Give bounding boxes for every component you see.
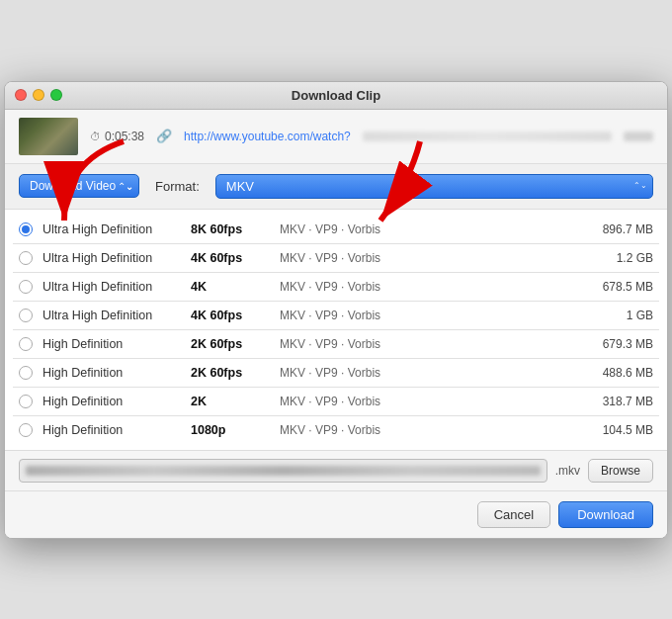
url-blur-2: [624, 132, 653, 141]
clock-icon: ⏱: [90, 131, 101, 142]
quality-format: MKV · VP9 · Vorbis: [280, 366, 574, 380]
format-label: Format:: [155, 179, 200, 194]
minimize-button[interactable]: [33, 89, 44, 101]
quality-name: Ultra High Definition: [42, 222, 181, 236]
quality-name: Ultra High Definition: [42, 280, 181, 294]
quality-size: 488.6 MB: [584, 366, 653, 380]
cancel-button[interactable]: Cancel: [477, 501, 550, 528]
download-button[interactable]: Download: [558, 501, 653, 528]
quality-format: MKV · VP9 · Vorbis: [280, 309, 574, 322]
quality-format: MKV · VP9 · Vorbis: [280, 280, 574, 294]
url-link-icon: 🔗: [156, 129, 172, 143]
quality-resolution: 4K: [191, 280, 270, 294]
quality-name: Ultra High Definition: [42, 251, 181, 265]
browse-button[interactable]: Browse: [588, 459, 653, 483]
quality-item[interactable]: High Definition1080pMKV · VP9 · Vorbis10…: [5, 416, 667, 444]
quality-item[interactable]: Ultra High Definition8K 60fpsMKV · VP9 ·…: [5, 216, 667, 243]
quality-resolution: 4K 60fps: [191, 309, 270, 322]
quality-format: MKV · VP9 · Vorbis: [280, 395, 574, 408]
quality-item[interactable]: High Definition2K 60fpsMKV · VP9 · Vorbi…: [5, 330, 667, 358]
quality-resolution: 1080p: [191, 423, 270, 437]
format-select[interactable]: MKV MP4 MOV AVI: [215, 174, 653, 199]
traffic-lights: [15, 89, 62, 101]
quality-size: 318.7 MB: [584, 395, 653, 408]
quality-size: 679.3 MB: [584, 337, 653, 351]
quality-name: High Definition: [42, 366, 181, 380]
quality-item[interactable]: High Definition2K 60fpsMKV · VP9 · Vorbi…: [5, 359, 667, 387]
quality-name: Ultra High Definition: [42, 309, 181, 322]
quality-size: 1.2 GB: [584, 251, 653, 265]
radio-button[interactable]: [19, 337, 33, 351]
format-select-wrapper[interactable]: MKV MP4 MOV AVI: [215, 174, 653, 199]
radio-button[interactable]: [19, 309, 33, 322]
duration-text: 0:05:38: [105, 130, 144, 143]
quality-resolution: 8K 60fps: [191, 222, 270, 236]
download-type-select[interactable]: Download Video Download Audio: [19, 174, 139, 198]
quality-format: MKV · VP9 · Vorbis: [280, 251, 574, 265]
radio-button[interactable]: [19, 366, 33, 380]
bottom-row: Cancel Download: [5, 491, 667, 538]
quality-size: 1 GB: [584, 309, 653, 322]
filepath-blurred: [26, 466, 541, 476]
window-title: Download Clip: [292, 88, 380, 103]
quality-item[interactable]: Ultra High Definition4KMKV · VP9 · Vorbi…: [5, 273, 667, 301]
toolbar-row: Download Video Download Audio ⌃⌄ Format:…: [5, 164, 667, 210]
url-blur: [363, 132, 612, 141]
radio-button[interactable]: [19, 423, 33, 437]
quality-name: High Definition: [42, 395, 181, 408]
title-bar: Download Clip: [5, 82, 667, 110]
duration-badge: ⏱ 0:05:38: [90, 130, 144, 143]
download-type-wrapper[interactable]: Download Video Download Audio ⌃⌄: [19, 174, 139, 198]
quality-item[interactable]: High Definition2KMKV · VP9 · Vorbis318.7…: [5, 388, 667, 415]
maximize-button[interactable]: [50, 89, 62, 101]
quality-size: 104.5 MB: [584, 423, 653, 437]
main-window: Download Clip ⏱ 0:05:38 🔗 http://www.you…: [4, 81, 668, 539]
quality-item[interactable]: Ultra High Definition4K 60fpsMKV · VP9 ·…: [5, 244, 667, 272]
quality-resolution: 4K 60fps: [191, 251, 270, 265]
quality-list: Ultra High Definition8K 60fpsMKV · VP9 ·…: [5, 210, 667, 451]
close-button[interactable]: [15, 89, 27, 101]
info-bar: ⏱ 0:05:38 🔗 http://www.youtube.com/watch…: [5, 110, 667, 164]
radio-button[interactable]: [19, 251, 33, 265]
quality-name: High Definition: [42, 423, 181, 437]
quality-format: MKV · VP9 · Vorbis: [280, 222, 574, 236]
quality-item[interactable]: Ultra High Definition4K 60fpsMKV · VP9 ·…: [5, 302, 667, 329]
quality-name: High Definition: [42, 337, 181, 351]
quality-resolution: 2K 60fps: [191, 366, 270, 380]
video-url[interactable]: http://www.youtube.com/watch?: [184, 130, 351, 143]
radio-button[interactable]: [19, 222, 33, 236]
radio-button[interactable]: [19, 280, 33, 294]
quality-format: MKV · VP9 · Vorbis: [280, 337, 574, 351]
quality-resolution: 2K: [191, 395, 270, 408]
quality-size: 896.7 MB: [584, 222, 653, 236]
quality-format: MKV · VP9 · Vorbis: [280, 423, 574, 437]
filepath-row: .mkv Browse: [5, 451, 667, 491]
video-thumbnail: [19, 118, 78, 155]
filepath-box: [19, 459, 547, 483]
quality-resolution: 2K 60fps: [191, 337, 270, 351]
quality-size: 678.5 MB: [584, 280, 653, 294]
radio-button[interactable]: [19, 395, 33, 408]
filepath-extension: .mkv: [555, 464, 580, 478]
